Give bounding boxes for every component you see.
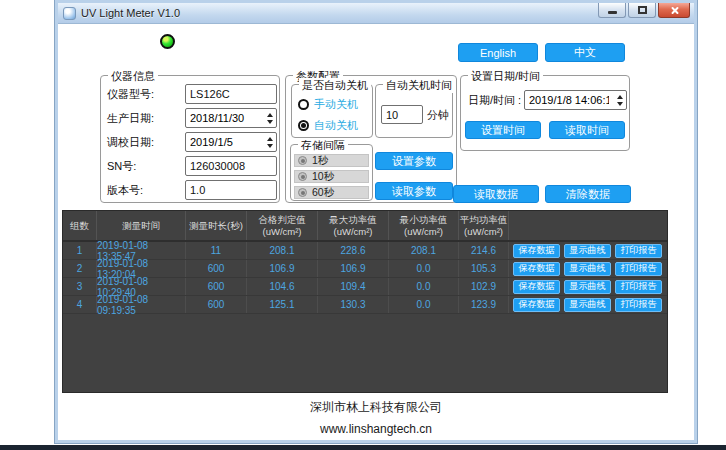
version-label: 版本号: [107,183,143,198]
spinner-down-icon[interactable] [267,144,273,148]
calibration-date-label: 调校日期: [107,135,154,150]
window-title: UV Light Meter V1.0 [81,7,180,19]
interval-1s-label: 1秒 [312,154,328,168]
show-curve-button[interactable]: 显示曲线 [564,262,611,276]
close-button[interactable] [658,3,690,18]
window-controls [598,3,690,18]
spinner-up-icon[interactable] [267,137,273,141]
cell-group-index: 4 [63,296,97,313]
cell-group-index: 2 [63,260,97,277]
interval-1s-radio[interactable]: 1秒 [294,154,369,167]
auto-off-label: 自动关机 [314,118,358,133]
minimize-button[interactable] [598,3,626,18]
titlebar[interactable]: UV Light Meter V1.0 [58,3,694,24]
manual-off-radio[interactable]: 手动关机 [298,97,358,112]
cell-max-power: 106.9 [318,260,389,277]
cell-measure-time: 2019-01-08 09:19:35 [97,296,186,313]
interval-10s-radio[interactable]: 10秒 [294,170,369,183]
radio-selected-icon[interactable] [298,120,309,131]
show-curve-button[interactable]: 显示曲线 [564,280,611,294]
show-curve-button[interactable]: 显示曲线 [564,298,611,312]
cell-duration: 600 [186,260,247,277]
cell-avg-power: 105.3 [459,260,509,277]
model-field[interactable] [185,84,277,104]
datetime-group: 设置日期/时间 日期/时间 : 设置时间 读取时间 [460,75,630,151]
read-params-button[interactable]: 读取参数 [375,182,453,200]
set-time-button[interactable]: 设置时间 [465,121,541,139]
auto-off-radio[interactable]: 自动关机 [298,118,358,133]
datetime-input[interactable] [525,94,613,106]
clear-data-button[interactable]: 清除数据 [545,185,631,203]
manual-off-label: 手动关机 [314,97,358,112]
set-params-button[interactable]: 设置参数 [375,152,453,170]
english-language-button[interactable]: English [458,43,538,62]
spinner-down-icon[interactable] [267,120,273,124]
row-actions: 保存数据 显示曲线 打印报告 [509,242,667,259]
cell-measure-time: 2019-01-08 13:20:04 [97,260,186,277]
cell-avg-power: 102.9 [459,278,509,295]
cell-qualified-value: 125.1 [247,296,318,313]
show-curve-button[interactable]: 显示曲线 [564,244,611,258]
col-group-index: 组数 [63,211,97,240]
version-field[interactable] [185,180,277,200]
spinner-up-icon[interactable] [617,95,623,99]
datetime-spinner[interactable] [524,90,627,110]
cell-qualified-value: 104.6 [247,278,318,295]
radio-disabled-icon [298,188,307,197]
instrument-info-group: 仪器信息 仪器型号: 生产日期: 调校日期: [100,75,280,203]
cell-min-power: 0.0 [389,296,459,313]
cell-group-index: 1 [63,242,97,259]
close-icon [670,6,679,15]
save-data-button[interactable]: 保存数据 [513,262,560,276]
read-data-button[interactable]: 读取数据 [453,185,539,203]
calibration-date-input[interactable] [186,136,263,148]
print-report-button[interactable]: 打印报告 [615,280,662,294]
save-data-button[interactable]: 保存数据 [513,280,560,294]
sn-label: SN号: [107,159,136,174]
radio-disabled-icon [298,156,307,165]
interval-60s-radio[interactable]: 60秒 [294,186,369,199]
auto-off-minutes-field[interactable] [381,105,423,124]
save-data-button[interactable]: 保存数据 [513,244,560,258]
calibration-date-spinner[interactable] [185,132,277,152]
spinner-arrows[interactable] [613,91,626,109]
row-actions: 保存数据 显示曲线 打印报告 [509,296,667,313]
cell-duration: 11 [186,242,247,259]
print-report-button[interactable]: 打印报告 [615,262,662,276]
minimize-icon [608,11,617,14]
print-report-button[interactable]: 打印报告 [615,298,662,312]
spinner-arrows[interactable] [263,109,276,127]
company-name: 深圳市林上科技有限公司 [58,399,694,416]
interval-10s-label: 10秒 [312,170,334,184]
cell-max-power: 228.6 [318,242,389,259]
cell-min-power: 0.0 [389,278,459,295]
auto-off-time-group: 自动关机时间 分钟 [375,84,453,138]
cell-avg-power: 123.9 [459,296,509,313]
read-time-button[interactable]: 读取时间 [549,121,625,139]
radio-unselected-icon[interactable] [298,99,309,110]
sn-field[interactable] [185,156,277,176]
col-actions [509,211,667,240]
print-report-button[interactable]: 打印报告 [615,244,662,258]
group-title: 设置日期/时间 [468,69,543,84]
spinner-arrows[interactable] [263,133,276,151]
spinner-down-icon[interactable] [617,102,623,106]
cell-min-power: 208.1 [389,242,459,259]
chinese-language-button[interactable]: 中文 [545,43,625,62]
cell-max-power: 109.4 [318,278,389,295]
production-date-spinner[interactable] [185,108,277,128]
maximize-icon [638,6,647,14]
production-date-input[interactable] [186,112,263,124]
website-url: www.linshangtech.cn [58,422,694,436]
cell-avg-power: 214.6 [459,242,509,259]
spinner-up-icon[interactable] [267,113,273,117]
cell-measure-time: 2019-01-08 10:29:40 [97,278,186,295]
col-avg-power: 平均功率值(uW/cm²) [459,211,509,240]
col-duration: 测量时长(秒) [186,211,247,240]
maximize-button[interactable] [628,3,656,18]
save-data-button[interactable]: 保存数据 [513,298,560,312]
auto-off-mode-group: 是否自动关机 手动关机 自动关机 [291,84,373,138]
app-icon [63,7,76,20]
measurement-table: 组数 测量时间 测量时长(秒) 合格判定值(uW/cm²) 最大功率值(uW/c… [62,210,668,393]
model-label: 仪器型号: [107,87,154,102]
